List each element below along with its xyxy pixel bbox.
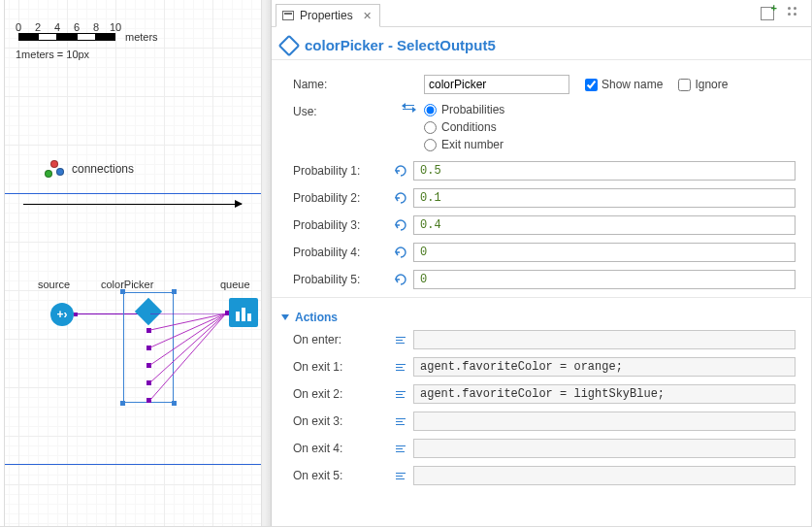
probability-5-row: Probability 5: <box>293 270 796 289</box>
object-header: colorPicker - SelectOutput5 <box>272 27 811 60</box>
use-row: Use: Probabilities Conditions Exit numbe… <box>293 103 796 151</box>
on-exit5-field[interactable] <box>413 466 796 485</box>
code-icon[interactable] <box>396 391 407 398</box>
probability-4-row: Probability 4: <box>293 243 796 262</box>
use-exitnumber-radio[interactable]: Exit number <box>424 138 504 151</box>
actions-section-toggle[interactable]: Actions <box>281 302 796 330</box>
probability-2-field[interactable] <box>413 188 796 208</box>
probability-3-label: Probability 3: <box>293 218 390 232</box>
static-dynamic-toggle-icon[interactable] <box>403 105 416 115</box>
code-icon[interactable] <box>396 445 407 452</box>
object-title: colorPicker - SelectOutput5 <box>305 37 496 53</box>
dynamic-value-icon[interactable] <box>395 192 408 204</box>
on-exit3-label: On exit 3: <box>293 414 390 428</box>
source-glyph: +› <box>56 308 67 321</box>
queue-block[interactable] <box>229 298 258 327</box>
probability-2-row: Probability 2: <box>293 188 796 208</box>
on-exit4-field[interactable] <box>413 439 796 458</box>
show-name-checkbox[interactable]: Show name <box>585 78 663 91</box>
on-exit1-label: On exit 1: <box>293 360 390 374</box>
name-label: Name: <box>293 78 390 91</box>
show-name-label: Show name <box>601 78 663 91</box>
on-exit4-label: On exit 4: <box>293 442 390 455</box>
ignore-input[interactable] <box>678 79 691 91</box>
dynamic-value-icon[interactable] <box>395 165 408 177</box>
view-menu-icon[interactable] <box>788 7 801 20</box>
probability-3-row: Probability 3: <box>293 215 796 235</box>
on-enter-field[interactable] <box>413 330 796 349</box>
on-exit5-row: On exit 5: <box>293 466 796 485</box>
ruler-unit: meters <box>125 31 158 43</box>
on-exit1-field[interactable]: agent.favoriteColor = orange; <box>413 357 796 377</box>
code-icon[interactable] <box>396 473 407 479</box>
ruler-tick-0: 0 <box>16 21 21 33</box>
selection-handle[interactable] <box>120 401 125 406</box>
view-tab-bar: Properties ✕ <box>272 0 811 27</box>
use-probabilities-radio[interactable]: Probabilities <box>424 103 504 116</box>
on-exit2-label: On exit 2: <box>293 387 390 401</box>
properties-pane: Properties ✕ colorPicker - SelectOutput5… <box>272 0 811 526</box>
probability-1-label: Probability 1: <box>293 164 390 178</box>
on-exit5-label: On exit 5: <box>293 469 390 482</box>
chevron-down-icon <box>281 314 289 320</box>
ignore-checkbox[interactable]: Ignore <box>678 78 728 91</box>
actions-section-label: Actions <box>295 311 338 324</box>
colorpicker-out-port-5[interactable] <box>146 398 151 403</box>
selectoutput5-icon <box>278 34 301 56</box>
dynamic-value-icon[interactable] <box>395 247 408 258</box>
colorpicker-out-port-4[interactable] <box>146 380 151 385</box>
connections-element[interactable]: connections <box>45 160 134 178</box>
on-exit2-row: On exit 2: agent.favoriteColor = lightSk… <box>293 384 796 404</box>
tab-properties[interactable]: Properties ✕ <box>276 4 380 27</box>
on-exit2-field[interactable]: agent.favoriteColor = lightSkyBlue; <box>413 384 796 404</box>
probability-5-label: Probability 5: <box>293 273 390 286</box>
ignore-label: Ignore <box>695 78 728 91</box>
properties-icon <box>282 11 294 20</box>
ruler-tick-2: 2 <box>35 21 41 33</box>
colorpicker-out-port-3[interactable] <box>146 363 151 368</box>
colorpicker-out-port-1[interactable] <box>146 328 151 333</box>
probability-1-field[interactable] <box>413 161 796 181</box>
colorpicker-out-port-2[interactable] <box>146 346 151 350</box>
probability-4-label: Probability 4: <box>293 246 390 259</box>
source-block[interactable]: +› <box>50 303 74 326</box>
selection-handle[interactable] <box>172 289 177 294</box>
dynamic-value-icon[interactable] <box>395 219 408 231</box>
name-field[interactable] <box>424 75 569 94</box>
selection-handle[interactable] <box>120 289 125 294</box>
scale-ruler: 0 2 4 6 8 10 meters 1meters = 10px <box>18 21 164 60</box>
connections-label: connections <box>72 162 134 176</box>
ruler-tick-4: 4 <box>54 21 60 33</box>
tab-label: Properties <box>300 9 353 22</box>
probability-2-label: Probability 2: <box>293 191 390 205</box>
on-enter-row: On enter: <box>293 330 796 349</box>
dynamic-value-icon[interactable] <box>395 274 408 285</box>
model-canvas[interactable]: 0 2 4 6 8 10 meters 1meters = 10px co <box>0 0 272 526</box>
use-conditions-radio[interactable]: Conditions <box>424 120 504 134</box>
ruler-tick-8: 8 <box>93 21 99 33</box>
code-icon[interactable] <box>396 364 407 371</box>
on-enter-label: On enter: <box>293 333 390 346</box>
name-row: Name: Show name Ignore <box>293 72 796 97</box>
probability-1-row: Probability 1: <box>293 161 796 181</box>
new-view-icon[interactable] <box>761 7 774 20</box>
probability-5-field[interactable] <box>413 270 796 289</box>
ruler-tick-10: 10 <box>110 21 121 33</box>
ruler-note: 1meters = 10px <box>16 49 89 60</box>
use-label: Use: <box>293 103 390 118</box>
on-exit3-field[interactable] <box>413 412 796 431</box>
queue-label: queue <box>220 279 250 290</box>
source-label: source <box>38 279 70 290</box>
connections-icon <box>45 160 66 178</box>
show-name-input[interactable] <box>585 79 598 91</box>
app-root: 0 2 4 6 8 10 meters 1meters = 10px co <box>0 0 812 527</box>
ruler-tick-6: 6 <box>74 21 80 33</box>
code-icon[interactable] <box>396 418 407 425</box>
selection-handle[interactable] <box>172 401 177 406</box>
on-exit4-row: On exit 4: <box>293 439 796 458</box>
close-icon[interactable]: ✕ <box>363 10 372 22</box>
code-icon[interactable] <box>396 337 407 344</box>
axis-arrow <box>23 204 242 205</box>
probability-4-field[interactable] <box>413 243 796 262</box>
probability-3-field[interactable] <box>413 215 796 235</box>
